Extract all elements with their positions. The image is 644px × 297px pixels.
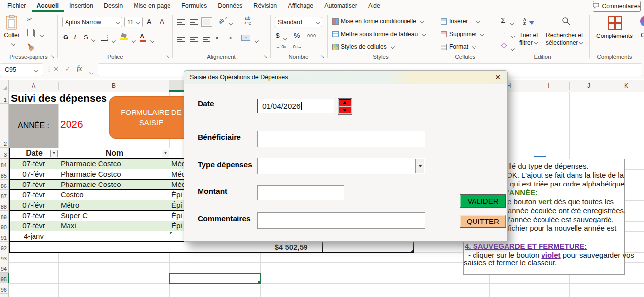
row-header-88[interactable]: 88	[0, 200, 8, 211]
cell-styles-button[interactable]: Styles de cellules	[332, 43, 394, 50]
increase-indent-icon[interactable]: ⇥	[227, 35, 232, 41]
type-cell[interactable]: Méd	[169, 169, 184, 179]
decrease-indent-icon[interactable]: ⇤	[216, 35, 221, 41]
column-header-I[interactable]: I	[529, 80, 569, 92]
date-cell[interactable]: 4-janv	[10, 231, 58, 241]
column-header-J[interactable]: J	[569, 80, 609, 92]
align-middle-icon[interactable]	[190, 18, 198, 27]
type-cell[interactable]: Épi	[169, 221, 184, 231]
selected-cell[interactable]	[169, 273, 261, 284]
commentaires-input[interactable]	[257, 212, 425, 229]
clear-eraser-icon[interactable]	[501, 42, 507, 49]
confirm-entry-icon[interactable]: ✓	[65, 65, 70, 73]
date-cell[interactable]: 07-févr	[10, 159, 58, 169]
ribbon-tab-7[interactable]: Révision	[248, 0, 282, 12]
clear-dropdown-chevron[interactable]	[509, 44, 514, 53]
annee-value-cell[interactable]: 2026	[60, 118, 83, 130]
currency-dropdown-chevron[interactable]	[282, 34, 287, 43]
name-box-chevron[interactable]	[34, 68, 38, 72]
insert-cells-button[interactable]: Insérer	[441, 18, 480, 25]
type-cell[interactable]: Épi	[169, 200, 184, 210]
nom-cell[interactable]: Super C	[58, 211, 169, 221]
row-header-2[interactable]: 2	[0, 104, 8, 148]
date-cell[interactable]: 07-févr	[10, 169, 58, 179]
nom-cell[interactable]: Pharmacie Costco	[58, 180, 169, 189]
combo-dropdown-button[interactable]	[415, 159, 424, 173]
nom-filter-button[interactable]: ▼	[162, 150, 169, 157]
number-format-combo[interactable]: Standard	[275, 17, 322, 27]
insert-function-icon[interactable]: fx	[77, 65, 82, 73]
conditional-formatting-button[interactable]: Mise en forme conditionnelle	[332, 18, 424, 25]
type-cell[interactable]: Épi	[169, 190, 184, 200]
row-header-86[interactable]: 86	[0, 180, 8, 190]
row-header-1[interactable]: 1	[0, 92, 8, 104]
format-cells-button[interactable]: Format	[441, 43, 475, 50]
paste-dropdown-chevron[interactable]	[10, 39, 15, 48]
column-header-A[interactable]: A	[9, 80, 58, 92]
fill-handle[interactable]	[258, 281, 262, 285]
format-painter-icon[interactable]	[25, 42, 35, 52]
date-cell[interactable]: 07-févr	[10, 211, 58, 221]
fill-color-dropdown-chevron[interactable]	[130, 37, 135, 45]
fill-down-icon[interactable]: ↓	[501, 30, 507, 36]
row-header-95[interactable]: 95	[0, 273, 9, 283]
autosum-icon[interactable]: Σ	[501, 16, 505, 24]
row-header-96[interactable]: 96	[0, 283, 8, 294]
dialog-title-bar[interactable]: Saisie des Opérations de Dépenses	[184, 71, 507, 84]
row-header-94[interactable]: 94	[0, 262, 8, 273]
format-as-table-button[interactable]: Mettre sous forme de tableau	[332, 31, 425, 37]
delete-cells-button[interactable]: Supprimer	[441, 31, 484, 37]
open-form-button[interactable]: FORMULAIRE DE SAISIE	[109, 96, 193, 139]
ribbon-tab-2[interactable]: Insertion	[64, 0, 99, 12]
clipboard-dialog-launcher[interactable]: ↘	[50, 54, 54, 59]
find-select-icon[interactable]	[562, 17, 570, 27]
row-header-91[interactable]: 91	[0, 231, 8, 242]
bold-button[interactable]: G	[63, 34, 68, 41]
number-dialog-launcher[interactable]: ↘	[320, 54, 324, 59]
quitter-button[interactable]: QUITTER	[460, 215, 506, 228]
font-color-dropdown-chevron[interactable]	[149, 37, 154, 45]
row-header-87[interactable]: 87	[0, 190, 8, 200]
ribbon-tab-6[interactable]: Données	[212, 0, 248, 12]
valider-button[interactable]: VALIDER	[460, 194, 506, 208]
table-header-nom[interactable]: Nom ▼	[59, 148, 170, 158]
nom-cell[interactable]: Métro	[58, 200, 169, 210]
date-cell[interactable]: 07-févr	[10, 180, 58, 189]
sort-filter-label-line1[interactable]: Trier et	[519, 32, 538, 38]
close-icon[interactable]: ✕	[495, 74, 501, 81]
table-header-type-partial[interactable]	[170, 148, 184, 158]
table-header-date[interactable]: Date ▼	[10, 148, 59, 158]
decrease-decimal-icon[interactable]: .00→	[292, 44, 302, 49]
ribbon-tab-9[interactable]: Automatiser	[319, 0, 363, 12]
fx-dropdown-chevron[interactable]	[88, 68, 93, 77]
find-select-label-line1[interactable]: Rechercher et	[546, 32, 583, 38]
orientation-dropdown-chevron[interactable]	[228, 19, 233, 28]
date-cell[interactable]: 07-févr	[10, 221, 58, 231]
ribbon-tab-8[interactable]: Affichage	[282, 0, 319, 12]
sort-filter-icon[interactable]: AZ	[523, 18, 534, 27]
row-header-90[interactable]: 90	[0, 221, 8, 231]
comments-button[interactable]: Commentaires	[593, 1, 641, 12]
ribbon-tab-1[interactable]: Accueil	[32, 0, 64, 12]
type-cell[interactable]: Méd	[169, 159, 184, 169]
spin-up-button[interactable]	[339, 99, 351, 106]
selected-column-header-partial[interactable]	[169, 80, 184, 91]
wrap-text-icon[interactable]: ab↩c	[244, 16, 251, 26]
type-cell[interactable]: Épi	[169, 211, 184, 221]
merge-center-icon[interactable]: ⇔	[241, 35, 250, 41]
copy-icon[interactable]	[27, 29, 34, 36]
row-header-97[interactable]: 97	[0, 294, 8, 297]
total-cell-a[interactable]	[9, 242, 58, 252]
font-name-combo[interactable]: Aptos Narrow	[62, 17, 122, 27]
italic-button[interactable]: I	[74, 34, 76, 41]
cut-icon[interactable]: ✂	[27, 16, 32, 23]
align-center-icon[interactable]	[190, 36, 198, 44]
decrease-font-icon[interactable]: Aˇ	[160, 18, 165, 25]
row-header-92[interactable]: 92	[0, 242, 8, 252]
date-cell[interactable]: 07-févr	[10, 190, 58, 200]
row-header-93[interactable]: 93	[0, 252, 8, 262]
date-cell[interactable]: 07-févr	[10, 200, 58, 210]
row-header-84[interactable]: 84	[0, 159, 8, 169]
annee-label-cell[interactable]: ANNÉE :	[9, 104, 58, 148]
nom-cell[interactable]: Pharmacie Costco	[58, 159, 169, 169]
